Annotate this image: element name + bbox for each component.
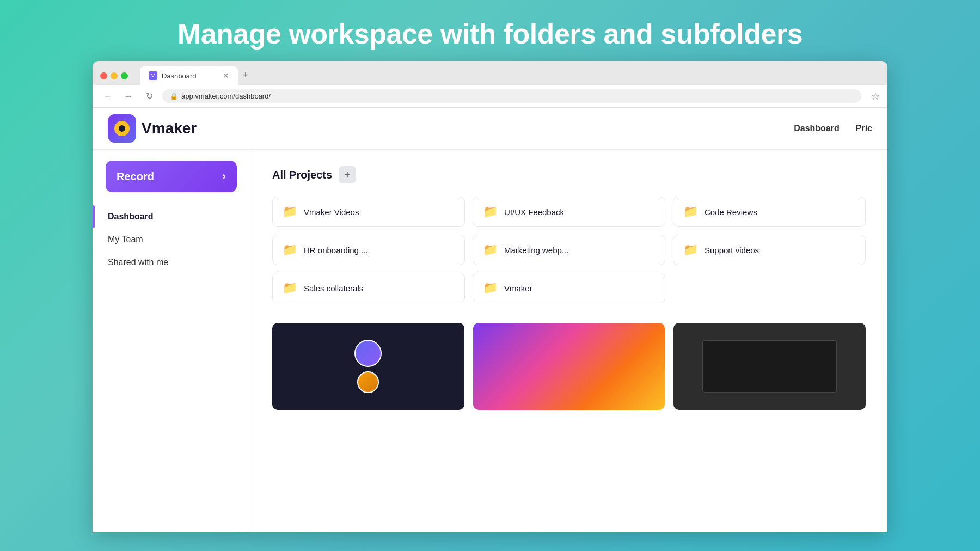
folder-icon: 📁 [283,205,297,219]
projects-section-header: All Projects + [272,166,866,183]
close-button[interactable] [100,72,107,79]
nav-link-dashboard[interactable]: Dashboard [794,124,840,133]
project-name-6: Sales collaterals [304,284,363,293]
tab-close-button[interactable]: ✕ [223,71,229,80]
project-name-3: HR onboarding ... [304,246,368,255]
video-thumbnail-1[interactable] [272,323,464,410]
back-button[interactable]: ← [100,89,115,104]
dark-panel [702,340,837,393]
app-logo-icon [108,114,136,143]
folder-icon: 📁 [483,281,498,295]
sidebar-nav: Dashboard My Team Shared with me [93,205,250,274]
folder-icon: 📁 [483,205,498,219]
video-thumbnail-2[interactable] [473,323,665,410]
refresh-button[interactable]: ↻ [142,89,157,104]
app-logo-text: Vmaker [142,120,197,137]
tab-title: Dashboard [162,72,197,80]
avatar-1 [354,340,382,367]
main-content: All Projects + 📁 Vmaker Videos 📁 UI/UX F… [250,150,887,532]
top-nav: Vmaker Dashboard Pric [93,108,887,150]
project-card-7[interactable]: 📁 Vmaker [473,273,665,303]
bookmark-icon[interactable]: ☆ [871,90,880,102]
project-card-5[interactable]: 📁 Support videos [673,235,866,265]
record-button-label: Record [117,170,154,183]
forward-button[interactable]: → [121,89,136,104]
lock-icon: 🔒 [170,93,178,100]
project-card-4[interactable]: 📁 Marketing webp... [473,235,665,265]
project-name-4: Marketing webp... [504,246,568,255]
nav-link-pricing[interactable]: Pric [856,124,872,133]
sidebar-item-my-team[interactable]: My Team [93,228,250,251]
project-card-2[interactable]: 📁 Code Reviews [673,197,866,227]
folder-icon: 📁 [683,243,698,257]
avatar-2 [357,371,379,393]
hero-title: Manage workspace with folders and subfol… [0,0,980,61]
sidebar-item-dashboard[interactable]: Dashboard [93,205,250,228]
browser-window: V Dashboard ✕ + ← → ↻ 🔒 app.vmaker.com/d… [93,61,887,532]
address-bar: ← → ↻ 🔒 app.vmaker.com/dashboard/ ☆ [93,85,887,108]
folder-icon: 📁 [283,281,297,295]
project-card-0[interactable]: 📁 Vmaker Videos [272,197,465,227]
folder-icon: 📁 [683,205,698,219]
video-grid [272,323,866,410]
active-tab[interactable]: V Dashboard ✕ [140,66,238,85]
project-name-1: UI/UX Feedback [504,207,564,217]
projects-grid: 📁 Vmaker Videos 📁 UI/UX Feedback 📁 Code … [272,197,866,303]
new-tab-button[interactable]: + [238,68,253,83]
logo-area: Vmaker [108,114,197,143]
minimize-button[interactable] [111,72,118,79]
app-content: Vmaker Dashboard Pric Record › Dashboard [93,108,887,532]
sidebar: Record › Dashboard My Team Shared with m… [93,150,250,532]
maximize-button[interactable] [121,72,128,79]
tab-bar: V Dashboard ✕ + [140,66,880,85]
all-projects-title: All Projects [272,169,332,181]
project-name-0: Vmaker Videos [304,207,359,217]
folder-icon: 📁 [283,243,297,257]
url-text: app.vmaker.com/dashboard/ [181,92,271,100]
project-name-2: Code Reviews [705,207,757,217]
project-card-6[interactable]: 📁 Sales collaterals [272,273,465,303]
project-card-3[interactable]: 📁 HR onboarding ... [272,235,465,265]
project-name-7: Vmaker [504,284,532,293]
project-name-5: Support videos [705,246,759,255]
main-layout: Record › Dashboard My Team Shared with m… [93,150,887,532]
record-button[interactable]: Record › [106,161,237,192]
record-arrow-icon: › [222,169,226,183]
logo-eye [114,121,130,136]
sidebar-item-shared-with-me[interactable]: Shared with me [93,251,250,274]
browser-titlebar: V Dashboard ✕ + [93,61,887,85]
project-card-1[interactable]: 📁 UI/UX Feedback [473,197,665,227]
traffic-lights [100,72,128,79]
add-project-button[interactable]: + [339,166,356,183]
top-nav-links: Dashboard Pric [794,124,872,133]
folder-icon: 📁 [483,243,498,257]
tab-favicon: V [149,71,157,80]
video-thumbnail-3[interactable] [673,323,866,410]
url-bar[interactable]: 🔒 app.vmaker.com/dashboard/ [162,89,861,103]
